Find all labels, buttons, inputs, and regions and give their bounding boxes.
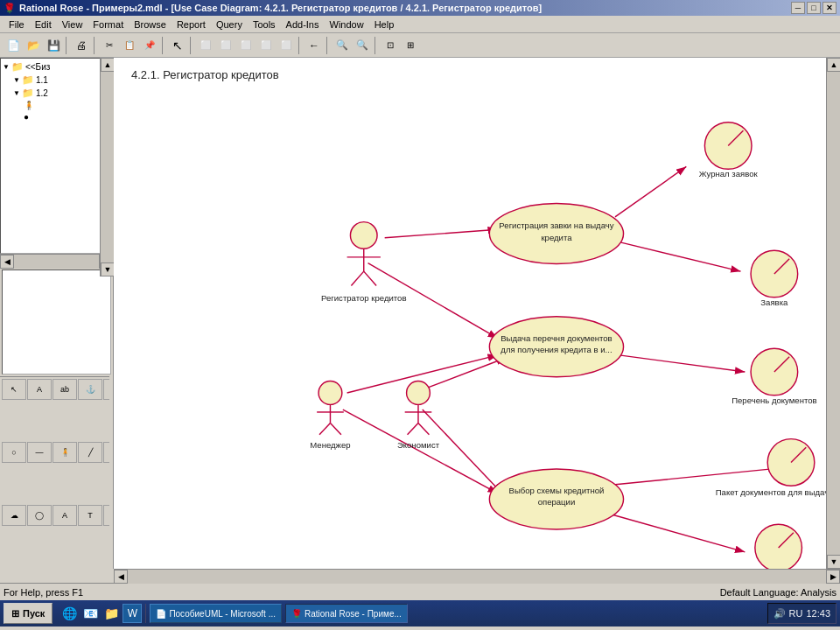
tree-item-actor1[interactable]: 🧍 <box>3 100 110 111</box>
canvas-area[interactable]: 4.2.1. Регистратор кредитов <box>114 58 840 569</box>
item-journal-circle[interactable] <box>704 122 752 170</box>
titlebar-controls: ─ □ ✕ <box>791 2 836 14</box>
preview-panel <box>2 270 111 374</box>
statusbar: For Help, press F1 Default Language: Ana… <box>0 583 840 600</box>
left-scroll-left[interactable]: ◀ <box>0 255 14 269</box>
tool-ellipse2[interactable]: ◯ <box>27 505 52 526</box>
tb-print[interactable]: 🖨 <box>72 36 91 55</box>
tool-oval[interactable]: ▭ <box>103 505 109 526</box>
tb-paste[interactable]: 📌 <box>140 36 159 55</box>
menu-help[interactable]: Help <box>369 18 400 32</box>
start-button[interactable]: ⊞ Пуск <box>4 603 52 624</box>
tree-item-12[interactable]: ▼ 📁 1.2 <box>3 87 110 100</box>
taskbar-rose[interactable]: 🌹 Rational Rose - Приме... <box>285 604 408 623</box>
title-text: Rational Rose - Примеры2.mdl - [Use Case… <box>19 3 542 13</box>
menu-window[interactable]: Window <box>325 18 369 32</box>
minimize-button[interactable]: ─ <box>791 2 805 14</box>
tb-full[interactable]: ⊞ <box>401 36 420 55</box>
actor-icon: 🧍 <box>24 101 34 110</box>
menu-tools[interactable]: Tools <box>248 18 281 32</box>
menu-browse[interactable]: Browse <box>129 18 172 32</box>
tb-cursor[interactable]: ↖ <box>168 36 187 55</box>
tool-t[interactable]: T <box>78 505 102 526</box>
tb-save[interactable]: 💾 <box>44 36 63 55</box>
ql-ie[interactable]: 🌐 <box>60 604 79 623</box>
usecase-registration-text2: кредита <box>541 233 572 242</box>
actor-registrator-head <box>350 222 377 249</box>
left-scroll-track <box>14 255 99 269</box>
tb-btn4[interactable]: ⬜ <box>256 36 276 55</box>
ql-mail[interactable]: 📧 <box>80 604 100 623</box>
canvas-scroll-down[interactable]: ▼ <box>827 555 840 569</box>
tb-open[interactable]: 📂 <box>24 36 43 55</box>
circle-icon: ● <box>24 112 29 122</box>
maximize-button[interactable]: □ <box>807 2 821 14</box>
ql-word[interactable]: W <box>122 604 142 623</box>
taskbar-word[interactable]: 📄 ПособиеUML - Microsoft ... <box>150 604 282 623</box>
tb-zoomout[interactable]: 🔍 <box>353 36 372 55</box>
tool-ellipse[interactable]: ○ <box>2 442 26 463</box>
taskbar: ⊞ Пуск 🌐 📧 📁 W 📄 ПособиеUML - Microsoft … <box>0 600 840 626</box>
tool-line2[interactable]: ╱ <box>78 442 102 463</box>
usecase-selection-text1: Выбор схемы кредитной <box>509 486 605 495</box>
tool-text-label[interactable]: A <box>27 379 52 400</box>
tb-btn5[interactable]: ⬜ <box>276 36 296 55</box>
menu-view[interactable]: View <box>57 18 88 32</box>
tool-palette: ↖ A ab ⚓ 📁 ↗ 🧍 ↘ ○ — 🧍 ╱ ⬡ → <box>0 376 109 569</box>
tree-item-11[interactable]: ▼ 📁 1.1 <box>3 74 110 87</box>
tool-hex[interactable]: ⬡ <box>103 442 109 463</box>
usecase-issuance-text2: для получения кредита в и... <box>500 345 612 354</box>
menu-file[interactable]: File <box>4 18 30 32</box>
canvas-scroll-right[interactable]: ▶ <box>826 570 840 584</box>
tool-actor2[interactable]: 🧍 <box>52 442 77 463</box>
menu-report[interactable]: Report <box>172 18 211 32</box>
usecase-issuance-text1: Выдача перечня документов <box>500 333 612 343</box>
tree-scroll-down[interactable]: ▼ <box>101 262 115 276</box>
canvas-vscroll: ▲ ▼ <box>826 58 840 569</box>
tb-back[interactable]: ← <box>304 36 324 55</box>
tool-a2[interactable]: A <box>52 505 77 526</box>
item-paket-circle[interactable] <box>767 439 815 486</box>
tb-sep5 <box>298 37 302 54</box>
tb-fit[interactable]: ⊡ <box>381 36 400 55</box>
tb-btn1[interactable]: ⬜ <box>196 36 215 55</box>
tree-item-actor2[interactable]: ● <box>3 111 110 122</box>
arrow-registration-to-zayavka <box>620 242 741 272</box>
menu-query[interactable]: Query <box>211 18 248 32</box>
quicklaunch-icons: 🌐 📧 📁 W <box>56 604 146 623</box>
menu-addins[interactable]: Add-Ins <box>281 18 325 32</box>
menu-edit[interactable]: Edit <box>30 18 57 32</box>
menu-format[interactable]: Format <box>88 18 129 32</box>
canvas-scroll-up[interactable]: ▲ <box>827 58 840 72</box>
tb-copy[interactable]: 📋 <box>120 36 139 55</box>
item-schema-circle[interactable] <box>755 524 802 569</box>
tree-item-biz[interactable]: ▼ 📁 <<Биз <box>3 60 110 74</box>
tb-zoomin[interactable]: 🔍 <box>332 36 352 55</box>
tool-cloud[interactable]: ☁ <box>2 505 26 526</box>
close-button[interactable]: ✕ <box>822 2 836 14</box>
arrow-reg-to-registration <box>385 229 498 238</box>
left-hscroll: ◀ ▶ <box>0 254 113 268</box>
tb-btn2[interactable]: ⬜ <box>216 36 235 55</box>
actor-manager-leg-right <box>330 423 340 434</box>
tb-cut[interactable]: ✂ <box>100 36 119 55</box>
start-label: Пуск <box>23 608 45 619</box>
tool-line[interactable]: — <box>27 442 52 463</box>
tb-sep3 <box>162 37 165 54</box>
menubar: File Edit View Format Browse Report Quer… <box>0 16 840 33</box>
item-paket-label: Пакет документов для выдачи кредита <box>716 487 840 497</box>
canvas-scroll-track <box>827 72 840 555</box>
tool-note[interactable]: ab <box>52 379 77 400</box>
arrow-economist-to-selection <box>423 410 502 494</box>
tool-anchor[interactable]: ⚓ <box>78 379 102 400</box>
item-journal-label: Журнал заявок <box>699 169 759 178</box>
tree-scroll-up[interactable]: ▲ <box>101 58 115 72</box>
tb-btn3[interactable]: ⬜ <box>236 36 256 55</box>
tb-new[interactable]: 📄 <box>4 36 23 55</box>
actor-registrator-leg-right <box>364 271 376 285</box>
tool-folder[interactable]: 📁 <box>103 379 109 400</box>
tb-sep6 <box>326 37 330 54</box>
tool-select[interactable]: ↖ <box>2 379 26 400</box>
canvas-scroll-left[interactable]: ◀ <box>114 570 128 584</box>
ql-folder[interactable]: 📁 <box>102 604 121 623</box>
